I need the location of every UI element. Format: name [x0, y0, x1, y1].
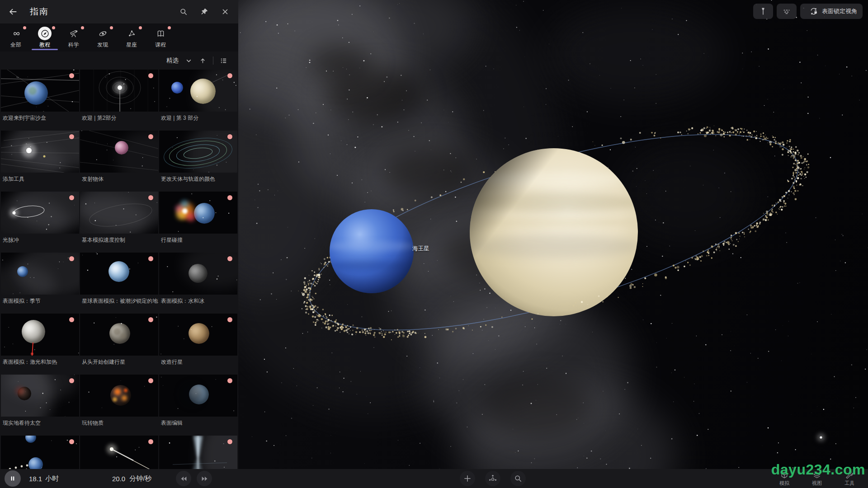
tab-courses[interactable]: 课程 — [146, 23, 175, 52]
sim-speed[interactable]: 20.0 分钟/秒 — [112, 469, 151, 488]
search-icon — [514, 474, 523, 483]
close-button[interactable] — [215, 0, 236, 23]
guide-item[interactable]: 表面模拟：激光和加热 — [1, 314, 79, 375]
unread-dot — [227, 378, 232, 383]
guide-item-label: 行星碰撞 — [159, 236, 237, 244]
tab-discover[interactable]: 发现 — [88, 23, 117, 52]
search-objects-button[interactable] — [510, 471, 526, 486]
guide-item[interactable]: 表面模拟：季节 — [1, 253, 79, 314]
button-label: 视图 — [812, 480, 822, 487]
notification-dot — [168, 26, 171, 29]
unread-dot — [227, 134, 232, 139]
guide-item-label: 表面模拟：水和冰 — [159, 297, 237, 305]
sort-dropdown[interactable]: 精选 — [166, 56, 179, 65]
guide-item[interactable]: 从头开始创建行星 — [80, 314, 158, 375]
search-button[interactable] — [173, 0, 194, 23]
tab-constellations[interactable]: 星座 — [117, 23, 146, 52]
tools-panel-button[interactable]: 工具 — [836, 469, 863, 488]
planet-label[interactable]: 海王星 — [412, 245, 429, 253]
tab-label: 星座 — [126, 41, 137, 49]
chevron-down-icon[interactable] — [185, 57, 193, 65]
layers-icon — [812, 471, 821, 480]
guide-thumbnail-planet-collision — [159, 192, 237, 234]
guide-item[interactable]: 欢迎 | 第2部分 — [80, 70, 158, 131]
guide-item[interactable]: 表面编辑 — [159, 375, 237, 436]
list-view-icon[interactable] — [220, 57, 227, 65]
guide-thumbnail-tidally-locked-earth — [80, 253, 158, 295]
unread-dot — [69, 439, 74, 444]
unread-dot — [69, 317, 74, 322]
particles-icon — [782, 7, 791, 16]
guide-item-label: 光脉冲 — [1, 236, 79, 244]
close-icon — [221, 7, 230, 16]
add-icon — [463, 474, 472, 483]
tab-all[interactable]: 全部 — [1, 23, 30, 52]
guide-item[interactable]: 表面模拟：水和冰 — [159, 253, 237, 314]
guide-item[interactable]: 更改天体与轨道的颜色 — [159, 131, 237, 192]
rewind-icon — [179, 474, 188, 483]
space-render — [238, 0, 868, 488]
book-icon — [154, 27, 167, 40]
guide-item-label: 欢迎来到宇宙沙盒 — [1, 114, 79, 122]
guide-item[interactable]: 光脉冲 — [1, 192, 79, 253]
surface-locked-view-button[interactable]: 表面锁定视角 — [800, 4, 863, 19]
pin-button[interactable] — [194, 0, 215, 23]
guide-thumbnail-planet-from-scratch — [80, 314, 158, 356]
tab-science[interactable]: 科学 — [59, 23, 88, 52]
back-arrow-icon — [8, 7, 18, 17]
guide-item[interactable]: 玩转物质 — [80, 375, 158, 436]
cube-icon — [780, 471, 789, 480]
tab-label: 全部 — [10, 41, 21, 49]
search-icon — [179, 7, 188, 16]
space-viewport[interactable]: 海王星 — [238, 0, 868, 488]
guide-item[interactable]: 发射物体 — [80, 131, 158, 192]
guide-thumbnail-earth-grid — [1, 70, 79, 112]
flashlight-button[interactable] — [753, 4, 773, 19]
particles-button[interactable] — [777, 4, 797, 19]
guide-item[interactable]: 欢迎 | 第 3 部分 — [159, 70, 237, 131]
unread-dot — [227, 195, 232, 200]
elapsed-time[interactable]: 18.1 小时 — [29, 469, 59, 488]
unread-dot — [69, 73, 74, 78]
notification-dot — [139, 26, 142, 29]
guide-item[interactable]: 添加工具 — [1, 131, 79, 192]
guide-thumbnail-terraform-planet — [159, 314, 237, 356]
notification-dot — [23, 26, 26, 29]
speed-value: 20.0 — [112, 475, 125, 483]
notification-dot — [81, 26, 84, 29]
tab-label: 课程 — [155, 41, 166, 49]
view-panel-button[interactable]: 视图 — [804, 469, 830, 488]
pin-icon — [200, 7, 209, 16]
tab-label: 教程 — [39, 41, 50, 49]
guide-item[interactable]: 欢迎来到宇宙沙盒 — [1, 70, 79, 131]
slow-down-button[interactable] — [176, 471, 191, 486]
pause-button[interactable] — [5, 470, 21, 487]
guide-item[interactable]: 基本模拟速度控制 — [80, 192, 158, 253]
guide-item[interactable]: 改造行星 — [159, 314, 237, 375]
unread-dot — [148, 317, 153, 322]
sort-up-icon[interactable] — [199, 57, 207, 65]
guide-thumbnail-molten-matter — [80, 375, 158, 417]
guide-item-label: 表面模拟：激光和加热 — [1, 358, 79, 366]
fast-forward-icon — [200, 474, 209, 483]
time-unit: 小时 — [45, 474, 59, 483]
guide-thumbnail-two-planets — [159, 70, 237, 112]
back-button[interactable] — [5, 4, 21, 19]
guide-item-label: 发射物体 — [80, 175, 158, 183]
launch-button[interactable] — [485, 471, 500, 486]
notification-dot — [52, 26, 55, 29]
guide-item-label: 欢迎 | 第2部分 — [80, 114, 158, 122]
divider — [213, 56, 213, 65]
guide-item[interactable]: 现实地看待太空 — [1, 375, 79, 436]
add-object-button[interactable] — [460, 471, 475, 486]
guide-item[interactable]: 星球表面模拟：被潮汐锁定的地球 — [80, 253, 158, 314]
guide-item[interactable]: 行星碰撞 — [159, 192, 237, 253]
telescope-icon — [67, 27, 80, 40]
compass-icon — [38, 27, 52, 40]
tab-tutorials[interactable]: 教程 — [30, 23, 59, 52]
tab-label: 发现 — [97, 41, 108, 49]
button-label: 工具 — [844, 480, 854, 487]
simulation-panel-button[interactable]: 模拟 — [771, 469, 797, 488]
speed-up-button[interactable] — [197, 471, 212, 486]
unread-dot — [227, 439, 232, 444]
